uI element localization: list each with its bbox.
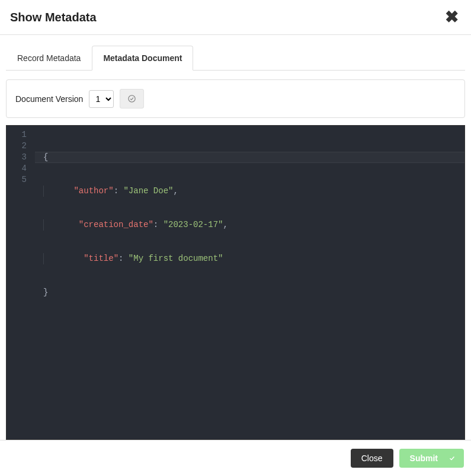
close-icon[interactable]: ✖: [443, 9, 461, 25]
close-button[interactable]: Close: [351, 449, 393, 468]
modal-title: Show Metadata: [10, 11, 97, 24]
code-content: { "author": "Jane Doe", "creation_date":…: [35, 126, 464, 439]
code-line: "author": "Jane Doe",: [35, 186, 464, 197]
check-icon: [448, 455, 456, 462]
modal-body: Record Metadata Metadata Document Docume…: [0, 35, 471, 440]
svg-point-0: [129, 95, 135, 102]
json-colon: :: [153, 220, 164, 229]
code-line: "title": "My first document": [35, 253, 464, 264]
validate-button[interactable]: [120, 89, 144, 108]
tab-metadata-document[interactable]: Metadata Document: [92, 46, 193, 71]
modal-header: Show Metadata ✖: [0, 0, 471, 35]
version-label: Document Version: [15, 94, 83, 104]
json-comma: ,: [173, 186, 178, 196]
json-comma: ,: [223, 220, 228, 229]
code-line: {: [35, 152, 464, 163]
check-circle-icon: [127, 94, 136, 103]
json-colon: :: [114, 186, 124, 196]
json-key: "title": [84, 254, 118, 263]
tab-record-metadata[interactable]: Record Metadata: [6, 46, 92, 71]
brace-close: }: [43, 287, 48, 297]
json-key: "author": [73, 186, 113, 196]
line-number: 1: [7, 129, 30, 140]
version-select[interactable]: 1: [89, 90, 114, 108]
submit-button[interactable]: Submit: [399, 449, 464, 468]
brace-open: {: [43, 152, 48, 162]
line-number: 4: [7, 163, 30, 174]
code-line: "creation_date": "2023-02-17",: [35, 219, 464, 231]
code-line: }: [35, 287, 464, 298]
line-number-gutter: 1 2 3 4 5: [7, 126, 35, 439]
line-number: 2: [7, 140, 30, 152]
json-colon: :: [118, 254, 129, 263]
line-number: 5: [7, 174, 30, 186]
line-number: 3: [7, 152, 30, 163]
json-string: "Jane Doe": [123, 186, 173, 196]
modal-footer: Close Submit: [0, 440, 471, 476]
json-string: "2023-02-17": [164, 220, 223, 229]
submit-button-label: Submit: [410, 453, 438, 463]
json-key: "creation_date": [79, 220, 153, 229]
code-editor[interactable]: 1 2 3 4 5 { "author": "Jane Doe", "creat…: [6, 125, 465, 440]
json-string: "My first document": [129, 254, 223, 263]
version-toolbar: Document Version 1: [6, 79, 465, 118]
tab-bar: Record Metadata Metadata Document: [6, 46, 465, 71]
